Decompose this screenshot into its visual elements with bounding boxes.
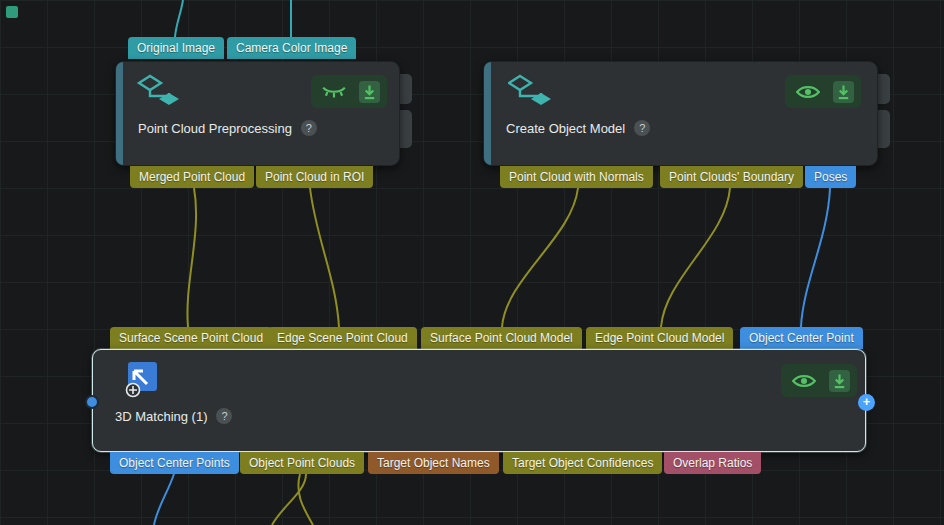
node-stack-tab — [877, 110, 890, 148]
eye-icon[interactable] — [788, 370, 820, 392]
port-camera-color-image[interactable]: Camera Color Image — [227, 37, 356, 59]
wire-poses-to-object-center-point[interactable] — [801, 188, 830, 327]
node-title: Point Cloud Preprocessing — [138, 121, 292, 136]
add-port-button[interactable]: + — [858, 394, 875, 411]
port-object-center-point[interactable]: Object Center Point — [740, 327, 863, 349]
port-point-clouds-boundary[interactable]: Point Clouds' Boundary — [660, 166, 803, 188]
mini-node-marker — [6, 6, 18, 18]
port-original-image[interactable]: Original Image — [128, 37, 224, 59]
node-stack-tab — [399, 110, 412, 148]
download-arrow-icon[interactable] — [833, 81, 854, 103]
3d-matching-icon — [121, 360, 159, 404]
port-point-cloud-in-roi[interactable]: Point Cloud in ROI — [256, 166, 373, 188]
create-object-model-icon — [508, 72, 554, 114]
wire-boundary-to-edge-model[interactable] — [661, 188, 730, 327]
node-title: 3D Matching (1) — [115, 409, 207, 424]
port-edge-scene-point-cloud[interactable]: Edge Scene Point Cloud — [268, 327, 417, 349]
port-target-object-names[interactable]: Target Object Names — [368, 452, 499, 474]
question-mark-icon[interactable]: ? — [216, 408, 232, 424]
port-poses[interactable]: Poses — [805, 166, 856, 188]
wire-merged-to-surface-scene[interactable] — [187, 188, 196, 327]
wire-object-center-points-out[interactable] — [154, 474, 174, 525]
port-surface-point-cloud-model[interactable]: Surface Point Cloud Model — [421, 327, 582, 349]
node-toolbar — [785, 75, 861, 108]
port-edge-point-cloud-model[interactable]: Edge Point Cloud Model — [586, 327, 733, 349]
port-overlap-ratios[interactable]: Overlap Ratios — [664, 452, 761, 474]
question-mark-icon[interactable]: ? — [634, 120, 650, 136]
eye-icon[interactable] — [792, 81, 824, 103]
node-toolbar — [781, 364, 857, 397]
node-stack-tab — [877, 74, 890, 104]
node-accent-bar — [116, 62, 123, 165]
port-object-point-clouds[interactable]: Object Point Clouds — [240, 452, 364, 474]
port-surface-scene-point-cloud[interactable]: Surface Scene Point Cloud — [110, 327, 272, 349]
point-cloud-preprocessing-icon — [136, 72, 182, 114]
node-create-object-model[interactable]: Create Object Model ? — [483, 61, 878, 166]
node-editor-canvas[interactable]: Original Image Camera Color Image — [0, 0, 944, 525]
wire-object-point-clouds-out-a[interactable] — [298, 474, 313, 525]
node-title: Create Object Model — [506, 121, 625, 136]
eye-off-icon[interactable] — [318, 81, 350, 103]
port-object-center-points[interactable]: Object Center Points — [110, 452, 239, 474]
wire-roi-to-edge-scene[interactable] — [310, 188, 339, 327]
port-point-cloud-with-normals[interactable]: Point Cloud with Normals — [500, 166, 653, 188]
question-mark-icon[interactable]: ? — [301, 120, 317, 136]
wire-to-original-image[interactable] — [175, 0, 183, 37]
node-stack-tab — [399, 74, 412, 104]
port-target-object-confidences[interactable]: Target Object Confidences — [503, 452, 662, 474]
node-left-port[interactable] — [85, 395, 99, 409]
port-merged-point-cloud[interactable]: Merged Point Cloud — [130, 166, 254, 188]
wire-normals-to-surface-model[interactable] — [502, 188, 578, 327]
download-arrow-icon[interactable] — [359, 81, 380, 103]
node-toolbar — [311, 75, 387, 108]
download-arrow-icon[interactable] — [829, 370, 850, 392]
node-3d-matching[interactable]: 3D Matching (1) ? + — [92, 349, 866, 452]
node-accent-bar — [484, 62, 491, 165]
node-point-cloud-preprocessing[interactable]: Point Cloud Preprocessing ? — [115, 61, 400, 166]
